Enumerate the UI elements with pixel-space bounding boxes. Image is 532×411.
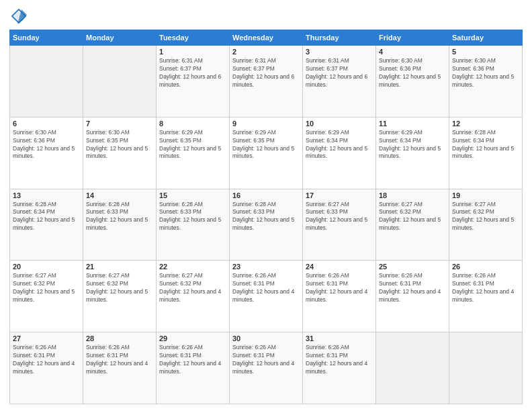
calendar-cell: 15Sunrise: 6:28 AMSunset: 6:33 PMDayligh…: [157, 189, 230, 261]
weekday-header: Tuesday: [157, 30, 230, 46]
calendar-cell: 23Sunrise: 6:26 AMSunset: 6:31 PMDayligh…: [230, 261, 303, 332]
day-number: 2: [232, 48, 300, 56]
day-number: 15: [159, 191, 226, 199]
weekday-header: Sunday: [10, 30, 83, 46]
day-info: Sunrise: 6:28 AMSunset: 6:33 PMDaylight:…: [159, 201, 226, 233]
calendar-cell: 30Sunrise: 6:26 AMSunset: 6:31 PMDayligh…: [230, 332, 303, 404]
calendar-cell: [10, 46, 83, 118]
logo-icon: [9, 7, 28, 26]
day-info: Sunrise: 6:28 AMSunset: 6:33 PMDaylight:…: [86, 201, 153, 233]
day-info: Sunrise: 6:26 AMSunset: 6:31 PMDaylight:…: [306, 272, 373, 304]
calendar-week-row: 6Sunrise: 6:30 AMSunset: 6:36 PMDaylight…: [10, 117, 523, 189]
day-number: 23: [232, 263, 300, 271]
calendar-week-row: 13Sunrise: 6:28 AMSunset: 6:34 PMDayligh…: [10, 189, 523, 261]
day-number: 1: [159, 48, 226, 56]
calendar-cell: 4Sunrise: 6:30 AMSunset: 6:36 PMDaylight…: [376, 46, 449, 118]
day-info: Sunrise: 6:26 AMSunset: 6:31 PMDaylight:…: [13, 344, 80, 376]
calendar-cell: 13Sunrise: 6:28 AMSunset: 6:34 PMDayligh…: [10, 189, 83, 261]
day-info: Sunrise: 6:30 AMSunset: 6:36 PMDaylight:…: [379, 57, 446, 89]
day-number: 19: [452, 191, 519, 199]
day-info: Sunrise: 6:30 AMSunset: 6:36 PMDaylight:…: [13, 129, 80, 161]
day-number: 16: [232, 191, 300, 199]
day-info: Sunrise: 6:27 AMSunset: 6:32 PMDaylight:…: [13, 272, 80, 304]
day-info: Sunrise: 6:30 AMSunset: 6:36 PMDaylight:…: [452, 57, 519, 89]
day-info: Sunrise: 6:29 AMSunset: 6:34 PMDaylight:…: [306, 129, 373, 161]
day-number: 13: [13, 191, 80, 199]
calendar-cell: 26Sunrise: 6:26 AMSunset: 6:31 PMDayligh…: [449, 261, 523, 332]
day-number: 10: [306, 120, 373, 128]
day-info: Sunrise: 6:27 AMSunset: 6:32 PMDaylight:…: [159, 272, 226, 304]
day-number: 7: [86, 120, 153, 128]
calendar-cell: 24Sunrise: 6:26 AMSunset: 6:31 PMDayligh…: [303, 261, 376, 332]
day-info: Sunrise: 6:29 AMSunset: 6:35 PMDaylight:…: [232, 129, 300, 161]
day-info: Sunrise: 6:28 AMSunset: 6:34 PMDaylight:…: [13, 201, 80, 233]
calendar-cell: [376, 332, 449, 404]
calendar-week-row: 27Sunrise: 6:26 AMSunset: 6:31 PMDayligh…: [10, 332, 523, 404]
day-info: Sunrise: 6:27 AMSunset: 6:33 PMDaylight:…: [306, 201, 373, 233]
calendar-cell: 25Sunrise: 6:26 AMSunset: 6:31 PMDayligh…: [376, 261, 449, 332]
day-info: Sunrise: 6:28 AMSunset: 6:33 PMDaylight:…: [232, 201, 300, 233]
calendar: SundayMondayTuesdayWednesdayThursdayFrid…: [9, 30, 523, 404]
day-number: 9: [232, 120, 300, 128]
day-info: Sunrise: 6:27 AMSunset: 6:32 PMDaylight:…: [86, 272, 153, 304]
calendar-cell: 19Sunrise: 6:27 AMSunset: 6:32 PMDayligh…: [449, 189, 523, 261]
weekday-header-row: SundayMondayTuesdayWednesdayThursdayFrid…: [10, 30, 523, 46]
calendar-cell: 9Sunrise: 6:29 AMSunset: 6:35 PMDaylight…: [230, 117, 303, 189]
calendar-cell: 12Sunrise: 6:28 AMSunset: 6:34 PMDayligh…: [449, 117, 523, 189]
calendar-cell: 6Sunrise: 6:30 AMSunset: 6:36 PMDaylight…: [10, 117, 83, 189]
logo: [9, 7, 31, 26]
weekday-header: Monday: [83, 30, 157, 46]
calendar-week-row: 20Sunrise: 6:27 AMSunset: 6:32 PMDayligh…: [10, 261, 523, 332]
calendar-cell: 22Sunrise: 6:27 AMSunset: 6:32 PMDayligh…: [157, 261, 230, 332]
calendar-cell: 2Sunrise: 6:31 AMSunset: 6:37 PMDaylight…: [230, 46, 303, 118]
calendar-cell: 27Sunrise: 6:26 AMSunset: 6:31 PMDayligh…: [10, 332, 83, 404]
day-number: 30: [232, 334, 300, 342]
day-info: Sunrise: 6:26 AMSunset: 6:31 PMDaylight:…: [232, 344, 300, 376]
day-number: 27: [13, 334, 80, 342]
day-number: 21: [86, 263, 153, 271]
calendar-cell: 1Sunrise: 6:31 AMSunset: 6:37 PMDaylight…: [157, 46, 230, 118]
calendar-cell: 18Sunrise: 6:27 AMSunset: 6:32 PMDayligh…: [376, 189, 449, 261]
calendar-cell: 5Sunrise: 6:30 AMSunset: 6:36 PMDaylight…: [449, 46, 523, 118]
weekday-header: Friday: [376, 30, 449, 46]
day-info: Sunrise: 6:26 AMSunset: 6:31 PMDaylight:…: [159, 344, 226, 376]
day-info: Sunrise: 6:29 AMSunset: 6:35 PMDaylight:…: [159, 129, 226, 161]
weekday-header: Saturday: [449, 30, 523, 46]
calendar-cell: 31Sunrise: 6:26 AMSunset: 6:31 PMDayligh…: [303, 332, 376, 404]
calendar-cell: 21Sunrise: 6:27 AMSunset: 6:32 PMDayligh…: [83, 261, 157, 332]
day-info: Sunrise: 6:31 AMSunset: 6:37 PMDaylight:…: [232, 57, 300, 89]
day-number: 28: [86, 334, 153, 342]
calendar-cell: [83, 46, 157, 118]
day-number: 8: [159, 120, 226, 128]
day-info: Sunrise: 6:26 AMSunset: 6:31 PMDaylight:…: [452, 272, 519, 304]
calendar-cell: 28Sunrise: 6:26 AMSunset: 6:31 PMDayligh…: [83, 332, 157, 404]
calendar-cell: 10Sunrise: 6:29 AMSunset: 6:34 PMDayligh…: [303, 117, 376, 189]
calendar-cell: 17Sunrise: 6:27 AMSunset: 6:33 PMDayligh…: [303, 189, 376, 261]
day-number: 26: [452, 263, 519, 271]
calendar-cell: 11Sunrise: 6:29 AMSunset: 6:34 PMDayligh…: [376, 117, 449, 189]
day-number: 12: [452, 120, 519, 128]
day-info: Sunrise: 6:29 AMSunset: 6:34 PMDaylight:…: [379, 129, 446, 161]
day-number: 25: [379, 263, 446, 271]
day-number: 5: [452, 48, 519, 56]
day-number: 11: [379, 120, 446, 128]
day-info: Sunrise: 6:27 AMSunset: 6:32 PMDaylight:…: [379, 201, 446, 233]
day-info: Sunrise: 6:31 AMSunset: 6:37 PMDaylight:…: [306, 57, 373, 89]
day-info: Sunrise: 6:31 AMSunset: 6:37 PMDaylight:…: [159, 57, 226, 89]
calendar-cell: 3Sunrise: 6:31 AMSunset: 6:37 PMDaylight…: [303, 46, 376, 118]
day-number: 29: [159, 334, 226, 342]
calendar-cell: 14Sunrise: 6:28 AMSunset: 6:33 PMDayligh…: [83, 189, 157, 261]
day-number: 17: [306, 191, 373, 199]
day-number: 31: [306, 334, 373, 342]
weekday-header: Thursday: [303, 30, 376, 46]
day-info: Sunrise: 6:26 AMSunset: 6:31 PMDaylight:…: [379, 272, 446, 304]
calendar-cell: 16Sunrise: 6:28 AMSunset: 6:33 PMDayligh…: [230, 189, 303, 261]
day-info: Sunrise: 6:30 AMSunset: 6:35 PMDaylight:…: [86, 129, 153, 161]
day-number: 6: [13, 120, 80, 128]
calendar-cell: 8Sunrise: 6:29 AMSunset: 6:35 PMDaylight…: [157, 117, 230, 189]
calendar-cell: [449, 332, 523, 404]
day-info: Sunrise: 6:26 AMSunset: 6:31 PMDaylight:…: [232, 272, 300, 304]
day-info: Sunrise: 6:27 AMSunset: 6:32 PMDaylight:…: [452, 201, 519, 233]
day-number: 22: [159, 263, 226, 271]
day-number: 18: [379, 191, 446, 199]
